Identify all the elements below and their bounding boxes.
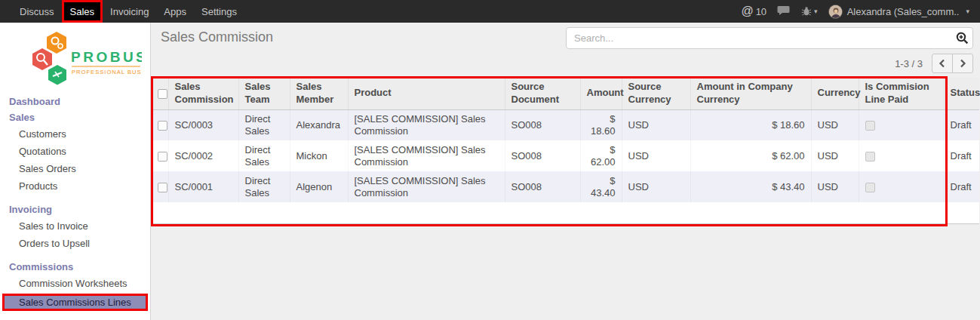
sidebar-item-dashboard[interactable]: Dashboard	[0, 94, 150, 109]
svg-text:PROBUSE: PROBUSE	[71, 49, 142, 65]
sidebar-heading-reports[interactable]: Reports	[0, 316, 150, 320]
col-amount-company-currency[interactable]: Amount in Company Currency	[690, 78, 811, 109]
pager: 1-3 / 3	[895, 54, 973, 73]
row-select-cell	[152, 109, 168, 140]
sidebar-item-sales-orders[interactable]: Sales Orders	[0, 160, 150, 177]
menu-invoicing[interactable]: Invoicing	[103, 0, 156, 23]
cell-status: Draft	[944, 109, 979, 140]
col-is-commission-line-paid[interactable]: Is Commision Line Paid	[859, 78, 944, 109]
sidebar-item-sales-commissions-lines[interactable]: Sales Commissions Lines	[2, 294, 148, 311]
cell-amount-company: $ 62.00	[690, 140, 811, 171]
paid-checkbox[interactable]	[865, 183, 875, 192]
table-header-row: Sales Commission Sales Team Sales Member…	[152, 78, 979, 109]
top-menu: Discuss Sales Invoicing Apps Settings	[12, 0, 244, 23]
search-input[interactable]	[567, 32, 951, 44]
cell-currency: USD	[811, 109, 859, 140]
cell-member: Mickon	[290, 140, 348, 171]
col-currency[interactable]: Currency	[811, 78, 859, 109]
search-icon[interactable]	[951, 32, 972, 45]
row-checkbox[interactable]	[158, 152, 167, 162]
pager-range: 1-3 / 3	[895, 58, 923, 69]
sidebar-item-commission-worksheets[interactable]: Commission Worksheets	[0, 275, 150, 292]
sidebar-heading-sales[interactable]: Sales	[0, 109, 150, 125]
main-content: Sales Commission 1-3 / 3	[151, 23, 980, 320]
cell-team: Direct Sales	[238, 171, 290, 202]
col-sales-member[interactable]: Sales Member	[290, 78, 348, 109]
cell-product: [SALES COMMISSION] Sales Commission	[348, 171, 505, 202]
cell-source-document: SO008	[505, 109, 580, 140]
paid-checkbox[interactable]	[865, 121, 875, 131]
col-status[interactable]: Status	[944, 78, 979, 109]
col-amount[interactable]: Amount	[580, 78, 622, 109]
col-source-currency[interactable]: Source Currency	[622, 78, 690, 109]
svg-text:PROFESSIONAL BUSINESS: PROFESSIONAL BUSINESS	[72, 69, 142, 75]
cell-team: Direct Sales	[238, 140, 290, 171]
pager-next-button[interactable]	[952, 54, 973, 73]
cell-source-currency: USD	[622, 109, 690, 140]
cell-amount-company: $ 18.60	[690, 109, 811, 140]
sidebar-item-products[interactable]: Products	[0, 177, 150, 195]
cell-amount: $ 43.40	[580, 171, 622, 202]
row-select-cell	[152, 171, 168, 202]
cell-amount: $ 62.00	[580, 140, 622, 171]
sidebar-item-quotations[interactable]: Quotations	[0, 143, 150, 160]
menu-sales[interactable]: Sales	[62, 0, 103, 23]
cell-name: SC/0001	[168, 171, 238, 202]
debug-bug-icon[interactable]: ▾	[801, 6, 818, 17]
pager-previous-button[interactable]	[932, 54, 953, 73]
row-select-cell	[152, 140, 168, 171]
sidebar-item-orders-to-upsell[interactable]: Orders to Upsell	[0, 235, 150, 252]
cell-paid	[859, 140, 944, 171]
table-row[interactable]: SC/0001 Direct Sales Algenon [SALES COMM…	[152, 171, 979, 202]
user-menu[interactable]: Alexandra (Sales_comm.. ▾	[828, 5, 969, 19]
messages-icon[interactable]	[777, 5, 791, 18]
cell-amount: $ 18.60	[580, 109, 622, 140]
app-window: Discuss Sales Invoicing Apps Settings @ …	[0, 0, 980, 320]
col-sales-team[interactable]: Sales Team	[238, 78, 290, 109]
cell-paid	[859, 109, 944, 140]
top-navbar: Discuss Sales Invoicing Apps Settings @ …	[0, 0, 980, 23]
row-checkbox[interactable]	[158, 121, 167, 131]
user-caret-icon: ▾	[966, 8, 969, 15]
user-name: Alexandra (Sales_comm..	[847, 6, 960, 17]
cell-source-document: SO008	[505, 140, 580, 171]
cell-currency: USD	[811, 140, 859, 171]
menu-settings[interactable]: Settings	[194, 0, 244, 23]
debug-caret-icon: ▾	[814, 8, 818, 15]
sidebar-heading-invoicing[interactable]: Invoicing	[0, 202, 150, 217]
cell-name: SC/0003	[168, 109, 238, 140]
menu-apps[interactable]: Apps	[156, 0, 194, 23]
table-row[interactable]: SC/0003 Direct Sales Alexandra [SALES CO…	[152, 109, 979, 140]
select-all-checkbox[interactable]	[158, 89, 167, 99]
commission-lines-table: Sales Commission Sales Team Sales Member…	[152, 78, 979, 224]
col-source-document[interactable]: Source Document	[505, 78, 580, 109]
cell-status: Draft	[944, 171, 979, 202]
cell-paid	[859, 171, 944, 202]
cell-amount-company: $ 43.40	[690, 171, 811, 202]
sidebar-heading-commissions[interactable]: Commissions	[0, 259, 150, 275]
sidebar-item-sales-to-invoice[interactable]: Sales to Invoice	[0, 217, 150, 235]
cell-status: Draft	[944, 140, 979, 171]
page-title: Sales Commission	[161, 29, 273, 45]
sidebar: PROBUSE PROFESSIONAL BUSINESS Dashboard …	[0, 23, 151, 320]
search-box	[566, 27, 973, 49]
cell-source-document: SO008	[505, 171, 580, 202]
sidebar-item-customers[interactable]: Customers	[0, 125, 150, 143]
row-checkbox[interactable]	[158, 183, 167, 192]
mentions-counter[interactable]: @ 10	[741, 5, 766, 18]
mention-count: 10	[756, 6, 766, 17]
cell-name: SC/0002	[168, 140, 238, 171]
col-product[interactable]: Product	[348, 78, 505, 109]
table-empty-row	[152, 202, 979, 223]
cell-team: Direct Sales	[238, 109, 290, 140]
at-icon: @	[741, 5, 753, 18]
company-logo[interactable]: PROBUSE PROFESSIONAL BUSINESS	[0, 23, 150, 94]
menu-discuss[interactable]: Discuss	[12, 0, 62, 23]
cell-member: Algenon	[290, 171, 348, 202]
col-sales-commission[interactable]: Sales Commission	[168, 78, 238, 109]
cell-source-currency: USD	[622, 140, 690, 171]
table-row[interactable]: SC/0002 Direct Sales Mickon [SALES COMMI…	[152, 140, 979, 171]
paid-checkbox[interactable]	[865, 152, 875, 162]
cell-product: [SALES COMMISSION] Sales Commission	[348, 140, 505, 171]
cell-member: Alexandra	[290, 109, 348, 140]
